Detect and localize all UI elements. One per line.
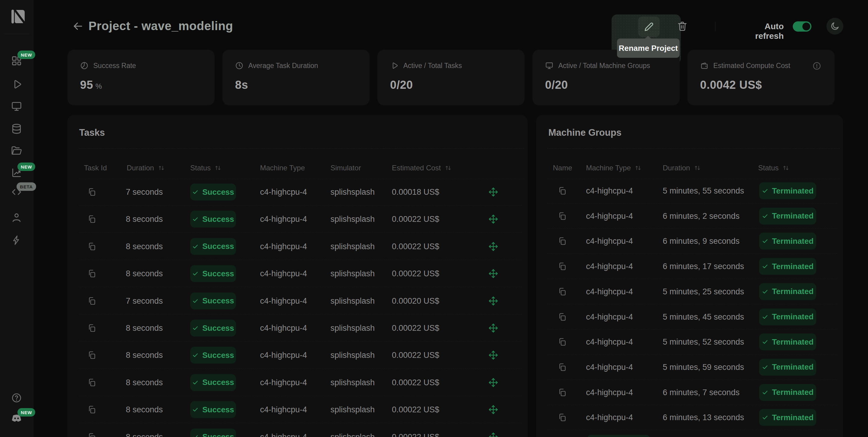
task-estimated-cost: 0.00018 US$	[392, 187, 439, 197]
copy-icon	[87, 405, 96, 414]
stat-value: 0.0042 US$	[700, 79, 762, 92]
task-simulator: splishsplash	[331, 187, 375, 197]
sidebar-item-quick-actions[interactable]	[0, 234, 33, 246]
check-icon	[192, 406, 199, 413]
move-arrows-icon[interactable]	[488, 269, 498, 279]
machine-group-row[interactable]: c4-highcpu-4 6 minutes, 9 seconds Termin…	[536, 228, 843, 254]
tasks-title: Tasks	[79, 127, 105, 138]
sidebar-item-help[interactable]	[0, 392, 33, 404]
auto-refresh-label: Auto refresh	[737, 22, 784, 41]
col-simulator: Simulator	[331, 164, 361, 172]
copy-task-id-button[interactable]	[87, 215, 96, 224]
machine-type: c4-highcpu-4	[586, 413, 633, 422]
inductiva-logo[interactable]	[11, 8, 27, 25]
check-icon	[192, 352, 199, 358]
task-row[interactable]: 8 seconds Success c4-highcpu-4 splishspl…	[67, 260, 528, 287]
delete-project-button[interactable]	[677, 21, 688, 32]
task-estimated-cost: 0.00022 US$	[392, 215, 439, 224]
lightning-icon	[11, 235, 22, 246]
copy-name-button[interactable]	[558, 287, 567, 296]
alert-circle-icon[interactable]	[812, 61, 822, 70]
copy-task-id-button[interactable]	[87, 433, 96, 437]
copy-name-button[interactable]	[558, 262, 567, 271]
machine-group-row[interactable]: c4-highcpu-4 5 minutes, 59 seconds Termi…	[536, 354, 843, 380]
move-arrows-icon[interactable]	[488, 187, 498, 197]
task-duration: 8 seconds	[126, 351, 163, 360]
copy-task-id-button[interactable]	[87, 378, 96, 387]
task-row[interactable]: 8 seconds Success c4-highcpu-4 splishspl…	[67, 369, 528, 396]
machine-group-row[interactable]: c4-highcpu-4 5 minutes, 55 seconds Termi…	[536, 178, 843, 204]
copy-task-id-button[interactable]	[87, 323, 96, 333]
col-status[interactable]: Status	[190, 164, 221, 172]
copy-task-id-button[interactable]	[87, 405, 96, 414]
copy-task-id-button[interactable]	[87, 351, 96, 360]
copy-name-button[interactable]	[558, 186, 567, 195]
status-badge: Success	[190, 374, 236, 391]
sidebar-item-machine-groups[interactable]	[0, 100, 33, 112]
machine-type: c4-highcpu-4	[586, 287, 633, 296]
check-icon	[192, 379, 199, 386]
machine-group-row[interactable]: c4-highcpu-4 6 minutes, 2 seconds Termin…	[536, 204, 843, 229]
status-badge: Success	[190, 401, 236, 418]
sidebar-item-projects[interactable]	[0, 145, 33, 156]
machine-group-row[interactable]: c4-highcpu-4 5 minutes, 45 seconds Termi…	[536, 304, 843, 330]
copy-name-button[interactable]	[558, 413, 567, 422]
copy-task-id-button[interactable]	[87, 242, 96, 251]
task-row[interactable]: 8 seconds Success c4-highcpu-4 splishspl…	[67, 396, 528, 423]
copy-name-button[interactable]	[558, 388, 567, 397]
copy-name-button[interactable]	[558, 363, 567, 372]
machine-group-row[interactable]: c4-highcpu-4 5 minutes, 52 seconds Termi…	[536, 329, 843, 354]
sidebar-item-tasks[interactable]	[0, 78, 33, 90]
move-arrows-icon[interactable]	[488, 405, 498, 415]
task-row[interactable]: 8 seconds Success c4-highcpu-4 splishspl…	[67, 233, 528, 260]
copy-icon	[558, 388, 567, 397]
status-badge: Success	[190, 238, 236, 255]
copy-name-button[interactable]	[558, 337, 567, 346]
task-row[interactable]: 8 seconds Success c4-highcpu-4 splishspl…	[67, 424, 528, 437]
sidebar-item-storage[interactable]	[0, 123, 33, 135]
task-machine-type: c4-highcpu-4	[260, 215, 307, 224]
copy-icon	[558, 312, 567, 321]
task-row[interactable]: 7 seconds Success c4-highcpu-4 splishspl…	[67, 287, 528, 314]
col-machine-type[interactable]: Machine Type	[586, 164, 642, 172]
move-arrows-icon[interactable]	[488, 296, 498, 306]
machine-group-row[interactable]: c4-highcpu-4 6 minutes, 7 seconds Termin…	[536, 380, 843, 405]
copy-task-id-button[interactable]	[87, 296, 96, 306]
copy-name-button[interactable]	[558, 212, 567, 221]
machine-type: c4-highcpu-4	[586, 262, 633, 271]
stat-value: 0/20	[390, 79, 413, 92]
machine-type: c4-highcpu-4	[586, 362, 633, 372]
auto-refresh-toggle[interactable]	[793, 21, 811, 32]
copy-task-id-button[interactable]	[87, 187, 96, 196]
copy-task-id-button[interactable]	[87, 269, 96, 278]
rename-project-button[interactable]	[638, 17, 660, 37]
machine-group-row[interactable]: c4-highcpu-4 6 minutes, 13 seconds Termi…	[536, 405, 843, 430]
stat-card-active-total-tasks: Active / Total Tasks 0/20	[377, 50, 525, 105]
copy-icon	[87, 269, 96, 278]
move-arrows-icon[interactable]	[488, 241, 498, 252]
col-duration[interactable]: Duration	[127, 164, 165, 172]
machine-group-row[interactable]: c4-highcpu-4 6 minutes, 17 seconds Termi…	[536, 254, 843, 279]
col-duration[interactable]: Duration	[663, 164, 701, 172]
move-arrows-icon[interactable]	[488, 350, 498, 360]
back-button[interactable]	[72, 20, 84, 32]
col-estimated-cost[interactable]: Estimated Cost	[392, 164, 452, 172]
sidebar-item-account[interactable]	[0, 212, 33, 224]
task-row[interactable]: 8 seconds Success c4-highcpu-4 splishspl…	[67, 206, 528, 232]
move-arrows-icon[interactable]	[488, 323, 498, 333]
machine-group-row[interactable]: c4-highcpu-4 5 minutes, 25 seconds Termi…	[536, 279, 843, 304]
move-arrows-icon[interactable]	[488, 432, 498, 437]
status-badge: Success	[190, 429, 236, 437]
move-arrows-icon[interactable]	[488, 377, 498, 388]
task-row[interactable]: 8 seconds Success c4-highcpu-4 splishspl…	[67, 342, 528, 369]
col-status[interactable]: Status	[758, 164, 789, 172]
copy-name-button[interactable]	[558, 312, 567, 321]
theme-toggle-button[interactable]	[827, 18, 843, 35]
move-arrows-icon[interactable]	[488, 214, 498, 224]
stat-label: Estimated Compute Cost	[713, 62, 790, 70]
new-badge: NEW	[18, 51, 35, 59]
task-row[interactable]: 7 seconds Success c4-highcpu-4 splishspl…	[67, 179, 528, 206]
copy-name-button[interactable]	[558, 237, 567, 246]
task-row[interactable]: 8 seconds Success c4-highcpu-4 splishspl…	[67, 314, 528, 342]
monitor-icon	[11, 100, 22, 112]
